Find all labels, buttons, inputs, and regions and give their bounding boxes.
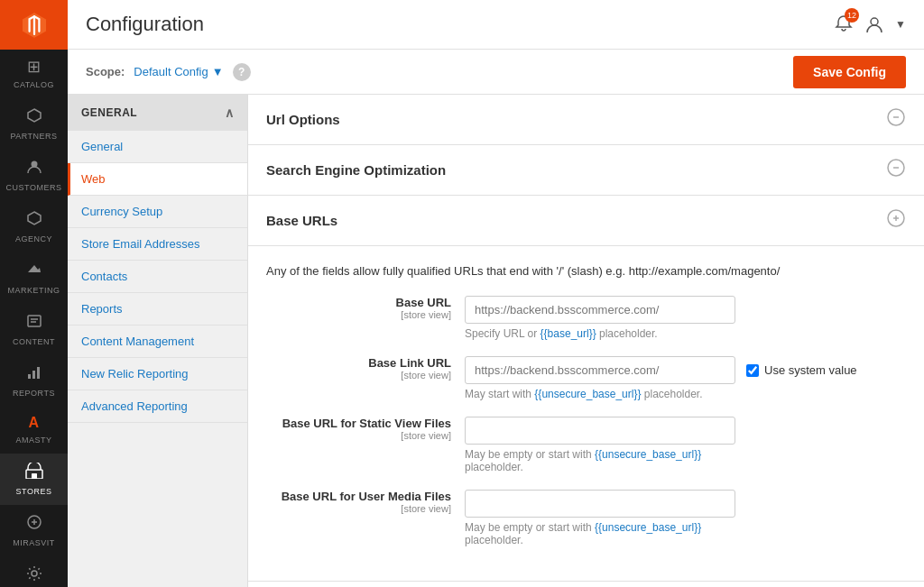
reports-icon (26, 364, 42, 383)
sidebar-item-agency-label: AGENCY (15, 234, 52, 243)
base-url-input[interactable] (465, 296, 735, 324)
nav-section-header-general[interactable]: GENERAL ∧ (68, 95, 247, 131)
base-url-help: Specify URL or {{base_url}} placeholder. (465, 327, 906, 340)
scope-select[interactable]: Default Config ▼ (134, 65, 223, 78)
media-url-sublabel: [store view] (266, 503, 451, 514)
base-link-url-help: May start with {{unsecure_base_url}} pla… (465, 388, 906, 400)
base-url-label: Base URL (266, 296, 451, 309)
scope-bar: Scope: Default Config ▼ ? Save Config (68, 50, 924, 95)
sidebar-item-content-label: CONTENT (13, 337, 55, 346)
nav-item-currency-setup[interactable]: Currency Setup (68, 196, 247, 228)
notification-bell[interactable]: 12 (834, 14, 854, 36)
svg-marker-0 (28, 109, 41, 122)
sidebar-item-stores-label: STORES (16, 487, 52, 496)
customers-icon (26, 159, 42, 178)
base-url-input-group: Specify URL or {{base_url}} placeholder. (465, 296, 906, 340)
sidebar-item-agency[interactable]: AGENCY (0, 201, 68, 252)
static-url-input[interactable] (465, 417, 735, 445)
use-system-value-checkbox[interactable] (746, 364, 759, 377)
user-icon[interactable] (864, 14, 884, 34)
nav-item-content-management[interactable]: Content Management (68, 326, 247, 358)
header-right: 12 ▼ (834, 14, 906, 36)
nav-item-advanced-reporting[interactable]: Advanced Reporting (68, 390, 247, 423)
sidebar-item-amasty[interactable]: A AMASTY (0, 407, 68, 454)
left-nav: GENERAL ∧ General Web Currency Setup Sto… (68, 95, 248, 587)
base-link-url-label-group: Base Link URL [store view] (266, 356, 465, 381)
base-urls-toggle-icon (886, 208, 906, 233)
url-options-toggle-icon (886, 107, 906, 132)
agency-icon (26, 210, 42, 229)
content-area: GENERAL ∧ General Web Currency Setup Sto… (68, 95, 924, 587)
scope-value: Default Config (134, 65, 208, 78)
marketing-icon (26, 261, 42, 280)
magento-logo-icon (18, 9, 51, 41)
svg-rect-6 (28, 374, 31, 379)
base-link-url-input-group: Use system value May start with {{unsecu… (465, 356, 906, 400)
base-url-label-group: Base URL [store view] (266, 296, 465, 320)
nav-item-store-email[interactable]: Store Email Addresses (68, 228, 247, 261)
media-url-label: Base URL for User Media Files (266, 490, 451, 503)
help-icon[interactable]: ? (233, 63, 251, 81)
sidebar-item-system[interactable]: SYSTEM (0, 556, 68, 587)
svg-rect-10 (32, 473, 37, 479)
base-link-url-input[interactable] (465, 356, 735, 384)
nav-item-reports[interactable]: Reports (68, 293, 247, 326)
sidebar: ⊞ CATALOG PARTNERS CUSTOMERS AGENCY MARK… (0, 0, 68, 587)
base-urls-section-header[interactable]: Base URLs (248, 196, 924, 246)
sidebar-item-amasty-label: AMASTY (15, 436, 51, 445)
url-options-section-header[interactable]: Url Options (248, 95, 924, 145)
svg-rect-3 (28, 316, 41, 326)
top-header: Configuration 12 ▼ (68, 0, 924, 50)
sidebar-item-stores[interactable]: STORES (0, 454, 68, 505)
base-link-url-sublabel: [store view] (266, 370, 451, 381)
nav-item-web[interactable]: Web (68, 163, 247, 196)
partners-icon (26, 107, 42, 126)
static-url-help: May be empty or start with {{unsecure_ba… (465, 448, 906, 473)
header-caret-icon[interactable]: ▼ (895, 18, 906, 31)
static-url-label-group: Base URL for Static View Files [store vi… (266, 417, 465, 441)
save-config-button[interactable]: Save Config (793, 56, 906, 88)
url-options-title: Url Options (266, 112, 340, 127)
scope-left: Scope: Default Config ▼ ? (86, 63, 251, 81)
catalog-icon: ⊞ (27, 59, 42, 75)
nav-item-new-relic[interactable]: New Relic Reporting (68, 358, 247, 390)
sidebar-item-customers-label: CUSTOMERS (6, 183, 62, 192)
sidebar-item-mirasvit[interactable]: MIRASVIT (0, 505, 68, 556)
media-url-label-group: Base URL for User Media Files [store vie… (266, 490, 465, 514)
sidebar-item-catalog[interactable]: ⊞ CATALOG (0, 50, 68, 98)
base-urls-description: Any of the fields allow fully qualified … (266, 264, 906, 278)
sidebar-item-marketing-label: MARKETING (7, 286, 60, 295)
sidebar-logo[interactable] (0, 0, 68, 50)
seo-section-header[interactable]: Search Engine Optimization (248, 145, 924, 196)
sidebar-item-partners[interactable]: PARTNERS (0, 98, 68, 150)
use-system-value-label[interactable]: Use system value (746, 363, 857, 377)
right-content: Url Options Search Engine Optimization B… (248, 95, 924, 587)
sidebar-item-partners-label: PARTNERS (10, 132, 57, 141)
svg-rect-7 (32, 371, 35, 379)
media-url-help: May be empty or start with {{unsecure_ba… (465, 521, 906, 546)
svg-marker-2 (28, 212, 41, 225)
content-icon (26, 313, 42, 332)
seo-title: Search Engine Optimization (266, 162, 446, 178)
sidebar-item-reports[interactable]: REPORTS (0, 355, 68, 407)
system-icon (26, 565, 42, 584)
sidebar-item-customers[interactable]: CUSTOMERS (0, 150, 68, 201)
scope-label: Scope: (86, 65, 125, 78)
main-content: Configuration 12 ▼ Scope: Default Config… (68, 0, 924, 587)
static-url-input-group: May be empty or start with {{unsecure_ba… (465, 417, 906, 473)
sidebar-item-content[interactable]: CONTENT (0, 304, 68, 355)
media-url-input-group: May be empty or start with {{unsecure_ba… (465, 490, 906, 546)
amasty-icon: A (28, 416, 39, 430)
sidebar-item-mirasvit-label: MIRASVIT (13, 538, 55, 547)
form-row-base-link-url: Base Link URL [store view] Use system va… (266, 356, 906, 400)
media-url-input[interactable] (465, 490, 735, 518)
base-url-sublabel: [store view] (266, 309, 451, 320)
svg-point-12 (32, 571, 37, 576)
nav-item-general[interactable]: General (68, 131, 247, 163)
svg-point-13 (871, 18, 878, 25)
base-urls-title: Base URLs (266, 213, 337, 228)
sidebar-item-marketing[interactable]: MARKETING (0, 252, 68, 304)
stores-icon (25, 463, 43, 482)
nav-section-title: GENERAL (81, 106, 137, 119)
nav-item-contacts[interactable]: Contacts (68, 261, 247, 293)
